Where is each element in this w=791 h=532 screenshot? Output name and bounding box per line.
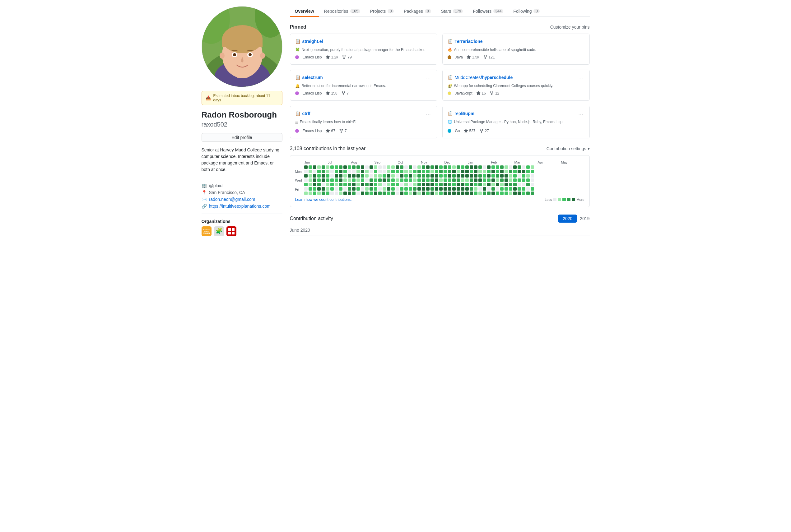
- contribution-day[interactable]: [304, 187, 308, 191]
- contribution-day[interactable]: [422, 187, 425, 191]
- contribution-day[interactable]: [522, 178, 525, 182]
- contribution-day[interactable]: [391, 192, 395, 195]
- contribution-day[interactable]: [500, 170, 504, 173]
- contribution-day[interactable]: [361, 187, 364, 191]
- contribution-day[interactable]: [304, 170, 308, 173]
- contribution-day[interactable]: [457, 166, 460, 169]
- contribution-day[interactable]: [470, 178, 473, 182]
- contribution-day[interactable]: [317, 183, 321, 186]
- contribution-day[interactable]: [308, 187, 312, 191]
- contribution-day[interactable]: [322, 187, 325, 191]
- contribution-day[interactable]: [483, 166, 486, 169]
- contribution-day[interactable]: [378, 192, 382, 195]
- contribution-day[interactable]: [509, 178, 512, 182]
- contribution-day[interactable]: [343, 170, 347, 173]
- contribution-day[interactable]: [313, 187, 316, 191]
- contribution-day[interactable]: [435, 187, 438, 191]
- contribution-day[interactable]: [326, 183, 329, 186]
- contribution-day[interactable]: [413, 192, 416, 195]
- contribution-day[interactable]: [517, 187, 521, 191]
- contribution-day[interactable]: [313, 183, 316, 186]
- contribution-day[interactable]: [317, 178, 321, 182]
- contribution-day[interactable]: [478, 178, 482, 182]
- contribution-day[interactable]: [356, 170, 360, 173]
- repo-link-straight-el[interactable]: 📋 straight.el: [295, 39, 323, 44]
- contribution-day[interactable]: [470, 192, 473, 195]
- contribution-day[interactable]: [505, 166, 508, 169]
- contribution-day[interactable]: [378, 183, 382, 186]
- contribution-day[interactable]: [417, 192, 421, 195]
- contribution-day[interactable]: [526, 183, 530, 186]
- contribution-day[interactable]: [457, 192, 460, 195]
- contribution-day[interactable]: [487, 178, 491, 182]
- contribution-day[interactable]: [465, 166, 469, 169]
- contribution-day[interactable]: [339, 183, 342, 186]
- contribution-day[interactable]: [426, 170, 430, 173]
- contribution-day[interactable]: [348, 166, 351, 169]
- contribution-day[interactable]: [422, 183, 425, 186]
- contribution-day[interactable]: [487, 192, 491, 195]
- contribution-day[interactable]: [431, 183, 434, 186]
- contribution-day[interactable]: [382, 183, 386, 186]
- contribution-day[interactable]: [522, 170, 525, 173]
- contribution-day[interactable]: [322, 183, 325, 186]
- contribution-day[interactable]: [304, 192, 308, 195]
- contribution-day[interactable]: [452, 192, 456, 195]
- contribution-day[interactable]: [483, 170, 486, 173]
- contribution-day[interactable]: [391, 170, 395, 173]
- edit-profile-button[interactable]: Edit profile: [202, 133, 282, 142]
- contribution-day[interactable]: [313, 174, 316, 177]
- contribution-day[interactable]: [356, 174, 360, 177]
- contribution-day[interactable]: [348, 187, 351, 191]
- contribution-day[interactable]: [339, 178, 342, 182]
- contribution-day[interactable]: [426, 183, 430, 186]
- contribution-day[interactable]: [478, 174, 482, 177]
- contribution-day[interactable]: [444, 183, 447, 186]
- contribution-day[interactable]: [413, 187, 416, 191]
- tab-stars[interactable]: Stars 179: [436, 6, 468, 17]
- contribution-day[interactable]: [365, 166, 369, 169]
- contribution-day[interactable]: [465, 187, 469, 191]
- contribution-day[interactable]: [365, 187, 369, 191]
- contribution-day[interactable]: [370, 166, 373, 169]
- contribution-day[interactable]: [478, 183, 482, 186]
- contribution-day[interactable]: [439, 178, 442, 182]
- contribution-day[interactable]: [378, 170, 382, 173]
- contribution-day[interactable]: [330, 187, 334, 191]
- contribution-day[interactable]: [378, 166, 382, 169]
- contribution-day[interactable]: [348, 192, 351, 195]
- contribution-day[interactable]: [326, 166, 329, 169]
- contribution-day[interactable]: [522, 174, 525, 177]
- contribution-day[interactable]: [343, 183, 347, 186]
- contribution-day[interactable]: [487, 187, 491, 191]
- contribution-day[interactable]: [483, 187, 486, 191]
- contribution-day[interactable]: [461, 166, 465, 169]
- contribution-day[interactable]: [400, 192, 403, 195]
- contribution-day[interactable]: [365, 192, 369, 195]
- contribution-day[interactable]: [431, 178, 434, 182]
- pin-menu-button[interactable]: ⋯: [577, 75, 584, 81]
- contribution-day[interactable]: [461, 192, 465, 195]
- contribution-day[interactable]: [465, 170, 469, 173]
- contribution-day[interactable]: [417, 187, 421, 191]
- contribution-day[interactable]: [374, 192, 377, 195]
- repo-link-hyperschedule[interactable]: 📋 MuddCreates/hyperschedule: [448, 75, 513, 80]
- contribution-day[interactable]: [317, 187, 321, 191]
- contribution-day[interactable]: [457, 174, 460, 177]
- contribution-day[interactable]: [335, 170, 338, 173]
- contribution-day[interactable]: [439, 183, 442, 186]
- contribution-day[interactable]: [400, 174, 403, 177]
- contribution-day[interactable]: [322, 170, 325, 173]
- contribution-day[interactable]: [452, 166, 456, 169]
- contribution-day[interactable]: [474, 178, 477, 182]
- contribution-day[interactable]: [505, 178, 508, 182]
- contribution-day[interactable]: [422, 178, 425, 182]
- repo-link-selectrum[interactable]: 📋 selectrum: [295, 75, 323, 80]
- contribution-day[interactable]: [396, 183, 399, 186]
- contribution-day[interactable]: [370, 178, 373, 182]
- contribution-day[interactable]: [356, 187, 360, 191]
- contribution-day[interactable]: [343, 187, 347, 191]
- contribution-day[interactable]: [308, 174, 312, 177]
- contribution-day[interactable]: [474, 192, 477, 195]
- contribution-day[interactable]: [391, 174, 395, 177]
